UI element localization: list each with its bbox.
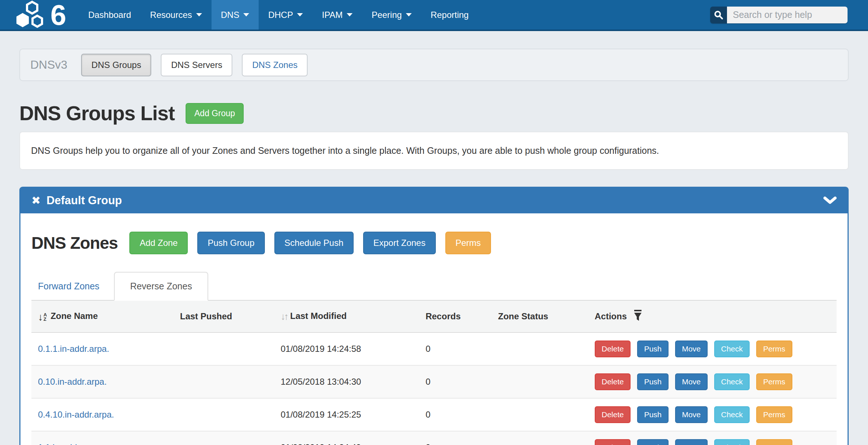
move-button[interactable]: Move xyxy=(675,406,708,423)
section-title: DNS Zones xyxy=(31,233,118,253)
caret-down-icon xyxy=(347,13,353,16)
default-group-panel: ✖ Default Group DNS Zones Add Zone Push … xyxy=(19,187,849,445)
column-header-zone-status: Zone Status xyxy=(494,301,591,332)
add-group-button[interactable]: Add Group xyxy=(186,103,244,124)
last-pushed-cell xyxy=(176,332,277,365)
chevron-down-icon[interactable] xyxy=(823,197,837,205)
table-header-row: ↓ AZ Zone Name Last Pushed ↓↑Last Modifi… xyxy=(31,301,837,332)
perms-button[interactable]: Perms xyxy=(756,373,792,390)
nav-item-resources[interactable]: Resources xyxy=(141,0,212,30)
check-button[interactable]: Check xyxy=(714,341,750,357)
nav-item-dns[interactable]: DNS xyxy=(212,0,259,30)
schedule-push-button[interactable]: Schedule Push xyxy=(274,232,354,254)
zone-status-cell xyxy=(494,431,591,445)
page-header: DNS Groups List Add Group xyxy=(19,102,849,125)
description-box: DNS Groups help you to organize all of y… xyxy=(19,132,849,170)
zone-link[interactable]: 0.10.in-addr.arpa. xyxy=(38,377,107,387)
delete-button[interactable]: Delete xyxy=(595,406,631,423)
zones-tabs: Forward Zones Reverse Zones xyxy=(31,272,837,301)
export-zones-button[interactable]: Export Zones xyxy=(363,232,436,254)
nav-label: DNS xyxy=(221,10,240,20)
check-button[interactable]: Check xyxy=(714,439,750,445)
perms-button[interactable]: Perms xyxy=(756,341,792,357)
column-header-actions: Actions xyxy=(591,301,837,332)
zone-status-cell xyxy=(494,398,591,431)
column-header-zone-name[interactable]: ↓ AZ Zone Name xyxy=(31,301,176,332)
delete-button[interactable]: Delete xyxy=(595,439,631,445)
perms-button[interactable]: Perms xyxy=(756,439,792,445)
nav-item-dhcp[interactable]: DHCP xyxy=(259,0,312,30)
column-header-last-pushed: Last Pushed xyxy=(176,301,277,332)
check-button[interactable]: Check xyxy=(714,406,750,423)
search-icon[interactable] xyxy=(710,7,727,23)
nav-item-ipam[interactable]: IPAM xyxy=(312,0,362,30)
nav-label: Resources xyxy=(150,10,192,20)
zone-status-cell xyxy=(494,332,591,365)
column-header-records: Records xyxy=(422,301,494,332)
column-label: Records xyxy=(426,311,461,321)
filter-icon[interactable] xyxy=(631,313,643,323)
push-button[interactable]: Push xyxy=(637,406,669,423)
zone-link[interactable]: 0.4.10.in-addr.arpa. xyxy=(38,410,114,419)
nav-item-reporting[interactable]: Reporting xyxy=(421,0,478,30)
close-icon[interactable]: ✖ xyxy=(31,195,41,206)
perms-button[interactable]: Perms xyxy=(756,406,792,423)
column-label: Last Pushed xyxy=(180,311,232,321)
brand-number: 6 xyxy=(50,2,65,28)
actions-cell: Delete Push Move Check Perms xyxy=(591,332,837,365)
nav-item-peering[interactable]: Peering xyxy=(362,0,421,30)
last-modified-cell: 01/08/2019 14:24:58 xyxy=(277,332,422,365)
panel-header: ✖ Default Group xyxy=(20,188,848,213)
records-cell: 0 xyxy=(422,431,494,445)
records-cell: 0 xyxy=(422,332,494,365)
main-menu: Dashboard Resources DNS DHCP IPAM Peerin… xyxy=(79,0,478,30)
nav-item-dashboard[interactable]: Dashboard xyxy=(79,0,140,30)
push-button[interactable]: Push xyxy=(637,439,669,445)
global-search-input[interactable] xyxy=(727,7,848,23)
records-cell: 0 xyxy=(422,398,494,431)
reverse-zones-table: ↓ AZ Zone Name Last Pushed ↓↑Last Modifi… xyxy=(31,301,837,445)
dns-zones-header: DNS Zones Add Zone Push Group Schedule P… xyxy=(31,232,837,254)
tab-forward-zones[interactable]: Forward Zones xyxy=(31,273,114,300)
last-modified-cell: 01/08/2019 14:25:25 xyxy=(277,398,422,431)
push-button[interactable]: Push xyxy=(637,341,669,357)
panel-title: Default Group xyxy=(46,194,122,207)
delete-button[interactable]: Delete xyxy=(595,373,631,390)
column-label: Zone Status xyxy=(498,311,548,321)
last-modified-cell: 01/08/2019 14:24:49 xyxy=(277,431,422,445)
nav-label: Dashboard xyxy=(88,10,131,20)
dns-zones-button[interactable]: DNS Zones xyxy=(242,54,308,76)
push-button[interactable]: Push xyxy=(637,373,669,390)
panel-body: DNS Zones Add Zone Push Group Schedule P… xyxy=(20,213,848,445)
brand-logo[interactable]: 6 xyxy=(15,0,65,30)
group-perms-button[interactable]: Perms xyxy=(445,232,491,254)
column-header-last-modified[interactable]: ↓↑Last Modified xyxy=(277,301,422,332)
zone-link[interactable]: 0.1.1.in-addr.arpa. xyxy=(38,344,109,354)
caret-down-icon xyxy=(196,13,202,16)
caret-down-icon xyxy=(297,13,303,16)
records-cell: 0 xyxy=(422,365,494,398)
caret-down-icon xyxy=(406,13,412,16)
navbar-search-area xyxy=(710,0,868,30)
add-zone-button[interactable]: Add Zone xyxy=(129,232,188,254)
move-button[interactable]: Move xyxy=(675,439,708,445)
move-button[interactable]: Move xyxy=(675,341,708,357)
last-pushed-cell xyxy=(176,398,277,431)
table-row: 0.4.10.in-addr.arpa. 01/08/2019 14:25:25… xyxy=(31,398,837,431)
push-group-button[interactable]: Push Group xyxy=(197,232,264,254)
hexagon-logo-icon xyxy=(15,0,49,30)
zone-link[interactable]: 1.1.in-addr.arpa. xyxy=(38,442,102,445)
table-row: 0.1.1.in-addr.arpa. 01/08/2019 14:24:58 … xyxy=(31,332,837,365)
toolbar-label: DNSv3 xyxy=(30,58,67,72)
last-modified-cell: 12/05/2018 13:04:30 xyxy=(277,365,422,398)
dns-servers-button[interactable]: DNS Servers xyxy=(161,54,232,76)
actions-cell: Delete Push Move Check Perms xyxy=(591,398,837,431)
tab-reverse-zones[interactable]: Reverse Zones xyxy=(114,272,208,301)
delete-button[interactable]: Delete xyxy=(595,341,631,357)
nav-label: Reporting xyxy=(431,10,469,20)
column-label: Last Modified xyxy=(290,311,347,321)
sort-icon: ↓↑ xyxy=(281,311,287,322)
move-button[interactable]: Move xyxy=(675,373,708,390)
dns-groups-button[interactable]: DNS Groups xyxy=(81,54,151,76)
check-button[interactable]: Check xyxy=(714,373,750,390)
